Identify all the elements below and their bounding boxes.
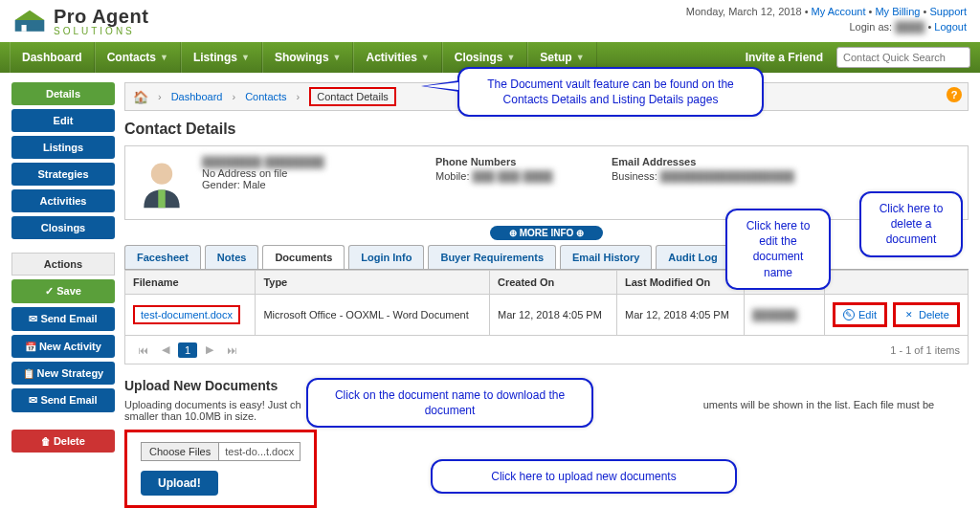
upload-area: Choose Files test-do...t.docx Upload! — [124, 430, 317, 508]
phone-numbers-label: Phone Numbers — [435, 156, 598, 167]
logout-link[interactable]: Logout — [934, 21, 967, 33]
help-icon[interactable]: ? — [947, 87, 962, 102]
contact-address: No Address on file — [202, 167, 287, 179]
close-icon: ✕ — [903, 309, 915, 320]
callout-edit: Click here to edit the document name — [725, 209, 831, 290]
tab-buyer-requirements[interactable]: Buyer Requirements — [428, 245, 556, 269]
col-type[interactable]: Type — [256, 271, 490, 295]
pager: ⏮ ◀ 1 ▶ ⏭ 1 - 1 of 1 items — [124, 336, 969, 364]
crumb-current: Contact Details — [309, 87, 396, 106]
delete-contact-button[interactable]: Delete — [11, 430, 115, 453]
login-as-user: ████ — [895, 21, 924, 33]
pager-info: 1 - 1 of 1 items — [890, 344, 960, 356]
col-created[interactable]: Created On — [489, 271, 616, 295]
my-account-link[interactable]: My Account — [812, 6, 866, 17]
mobile-label: Mobile: — [435, 170, 469, 182]
pager-page[interactable]: 1 — [178, 342, 197, 358]
callout-download: Click on the document name to download t… — [306, 378, 593, 428]
contact-quick-search-input[interactable] — [836, 47, 970, 68]
pager-prev[interactable]: ◀ — [157, 342, 174, 358]
new-strategy-button[interactable]: New Strategy — [11, 362, 115, 385]
business-email-value: ██████████████████ — [660, 170, 794, 182]
choose-files-button[interactable]: Choose Files — [141, 442, 219, 461]
nav-showings[interactable]: Showings▼ — [262, 42, 354, 73]
svg-rect-2 — [22, 25, 27, 32]
tab-email-history[interactable]: Email History — [560, 245, 652, 269]
mobile-value: ███ ███ ████ — [473, 170, 553, 182]
svg-rect-4 — [158, 189, 165, 208]
svg-point-3 — [151, 163, 172, 184]
new-activity-button[interactable]: New Activity — [11, 335, 115, 358]
col-filename[interactable]: Filename — [125, 271, 256, 295]
chosen-file-name: test-do...t.docx — [219, 442, 301, 461]
crumb-dashboard[interactable]: Dashboard — [171, 91, 223, 102]
document-created: Mar 12, 2018 4:05 PM — [489, 295, 616, 336]
callout-upload: Click here to upload new documents — [431, 459, 737, 494]
gender-label: Gender: — [202, 179, 240, 190]
side-closings[interactable]: Closings — [11, 216, 115, 239]
contact-summary-card: ████████ ████████ No Address on file Gen… — [124, 145, 969, 220]
callout-delete: Click here to delete a document — [859, 191, 963, 257]
pager-first[interactable]: ⏮ — [133, 342, 153, 358]
tab-audit-log[interactable]: Audit Log — [656, 245, 729, 269]
document-modified-by: ██████ — [752, 309, 797, 320]
brand-subtitle: SOLUTIONS — [54, 26, 148, 36]
business-label: Business: — [612, 170, 657, 182]
invite-friend-link[interactable]: Invite a Friend — [732, 51, 836, 64]
callout-vault-location: The Document vault feature can be found … — [457, 67, 764, 117]
side-details[interactable]: Details — [11, 82, 115, 105]
document-type: Microsoft Office - OOXML - Word Document — [256, 295, 490, 336]
side-listings[interactable]: Listings — [11, 136, 115, 159]
page-title: Contact Details — [124, 121, 969, 138]
table-row: test-document.docx Microsoft Office - OO… — [125, 295, 969, 336]
nav-contacts[interactable]: Contacts▼ — [95, 42, 181, 73]
pager-last[interactable]: ⏭ — [222, 342, 242, 358]
side-edit[interactable]: Edit — [11, 109, 115, 132]
home-icon[interactable]: 🏠 — [133, 90, 148, 104]
document-filename-link[interactable]: test-document.docx — [133, 305, 240, 324]
send-email-button[interactable]: Send Email — [11, 307, 115, 331]
actions-panel-title: Actions — [11, 253, 115, 276]
delete-document-button[interactable]: ✕Delete — [893, 302, 960, 327]
edit-document-button[interactable]: ✎Edit — [833, 302, 887, 327]
tab-notes[interactable]: Notes — [205, 245, 259, 269]
nav-dashboard[interactable]: Dashboard — [10, 42, 95, 73]
tab-documents[interactable]: Documents — [262, 245, 345, 269]
pager-next[interactable]: ▶ — [201, 342, 218, 358]
nav-listings[interactable]: Listings▼ — [181, 42, 262, 73]
save-button[interactable]: Save — [11, 279, 115, 303]
contact-name: ████████ ████████ — [202, 156, 324, 167]
avatar-icon — [135, 156, 189, 210]
nav-activities[interactable]: Activities▼ — [353, 42, 441, 73]
detail-tabs: Facesheet Notes Documents Login Info Buy… — [124, 245, 969, 270]
document-modified: Mar 12, 2018 4:05 PM — [617, 295, 745, 336]
login-as-label: Login as: — [849, 21, 892, 33]
my-billing-link[interactable]: My Billing — [875, 6, 920, 17]
send-email-button-2[interactable]: Send Email — [11, 388, 115, 412]
upload-button[interactable]: Upload! — [141, 471, 218, 496]
side-strategies[interactable]: Strategies — [11, 163, 115, 186]
gender-value: Male — [243, 179, 266, 190]
crumb-contacts[interactable]: Contacts — [245, 91, 286, 102]
email-addresses-label: Email Addresses — [612, 156, 794, 167]
brand-logo: Pro Agent SOLUTIONS — [13, 6, 148, 36]
brand-name: Pro Agent — [54, 6, 148, 28]
side-activities[interactable]: Activities — [11, 189, 115, 212]
svg-marker-1 — [15, 11, 45, 20]
support-link[interactable]: Support — [929, 6, 967, 17]
tab-facesheet[interactable]: Facesheet — [124, 245, 201, 269]
logo-icon — [13, 9, 46, 33]
more-info-toggle[interactable]: ⊕ MORE INFO ⊕ — [490, 226, 603, 240]
svg-rect-0 — [15, 20, 45, 32]
tab-login-info[interactable]: Login Info — [348, 245, 424, 269]
pencil-icon: ✎ — [843, 309, 855, 320]
header-date: Monday, March 12, 2018 — [686, 6, 802, 17]
documents-table: Filename Type Created On Last Modified O… — [124, 270, 969, 336]
